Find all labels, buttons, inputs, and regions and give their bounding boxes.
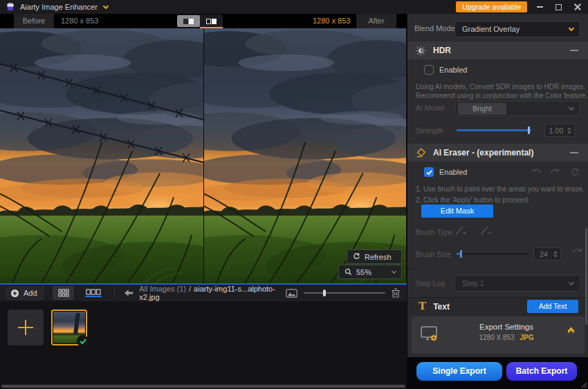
single-export-button[interactable]: Single Export (415, 361, 504, 382)
strength-value-box[interactable]: 1.00 (544, 124, 575, 137)
split-view-button[interactable] (200, 15, 223, 27)
refresh-icon (353, 253, 360, 260)
maximize-button[interactable] (555, 4, 562, 10)
refresh-button[interactable]: Refresh (347, 249, 402, 264)
before-image-pane[interactable] (0, 28, 204, 283)
eraser-reset (571, 168, 580, 177)
after-image-pane[interactable]: Refresh 55% (204, 28, 406, 283)
blend-mode-row: Blend Mode Gradient Overlay (407, 18, 588, 39)
spinner-icon[interactable] (567, 127, 571, 134)
spinner-icon[interactable] (553, 251, 558, 258)
image-compare-area: Refresh 55% (0, 28, 407, 283)
hdr-description-line1: Using AI models, Convert SDR images to H… (416, 83, 585, 91)
breadcrumb: All Images (1)/aiarty-img11-s...alphoto-… (139, 285, 286, 301)
thumbnail-size-slider[interactable] (304, 290, 385, 296)
brush-add-icon[interactable] (454, 225, 467, 236)
blend-mode-value: Gradient Overlay (462, 25, 520, 33)
eraser-section-body: Enabled 1. Use brush to paint over the a… (407, 162, 588, 297)
single-view-button[interactable] (177, 15, 200, 27)
before-image (0, 28, 203, 283)
strength-slider[interactable] (457, 126, 531, 134)
add-text-button[interactable]: Add Text (527, 300, 578, 313)
zoom-chevron-down-icon (392, 269, 396, 274)
ai-eraser-icon (416, 148, 426, 158)
blend-mode-dropdown[interactable]: Gradient Overlay (454, 21, 580, 37)
batch-export-button[interactable]: Batch Export (505, 361, 578, 382)
canvas-controls-overlay: Refresh 55% (338, 249, 402, 279)
strength-value: 1.00 (545, 126, 567, 135)
panel-scrollbar[interactable] (585, 228, 587, 325)
thumbnail-size-icon (286, 289, 297, 298)
zoom-control[interactable]: 55% (338, 265, 402, 279)
back-icon[interactable] (125, 290, 134, 296)
close-button[interactable] (574, 3, 581, 10)
eraser-enabled-checkbox[interactable] (424, 167, 434, 177)
step-log-dropdown[interactable]: Step 1 (454, 275, 580, 292)
filmstrip (0, 301, 407, 389)
add-image-tile[interactable] (8, 310, 44, 345)
chevron-down-icon (569, 25, 574, 30)
processed-check-badge (77, 335, 89, 347)
hdr-section-header[interactable]: HDR (407, 41, 588, 59)
brush-size-slider[interactable] (457, 250, 529, 258)
chevron-down-icon (569, 104, 574, 110)
eraser-title: AI Eraser - (experimental) (433, 148, 533, 158)
upgrade-button[interactable]: Upgrade available (456, 1, 527, 12)
step-log-label: Step Log (416, 279, 445, 287)
after-size: 1280 x 853 (313, 14, 350, 28)
export-settings-panel[interactable]: Export Settings 1280 X 853 JPG (412, 316, 585, 354)
reset-icon[interactable] (571, 168, 580, 177)
hdr-collapse-icon[interactable] (570, 50, 578, 51)
edit-mask-button[interactable]: Edit Mask (421, 205, 493, 218)
eraser-enabled-row: Enabled (424, 167, 467, 177)
hdr-icon (416, 46, 426, 56)
add-image-button[interactable]: Add (6, 286, 44, 300)
brush-subtract-icon[interactable] (479, 225, 492, 236)
slider-thumb[interactable] (460, 250, 462, 258)
add-icon (10, 289, 19, 298)
brush-size-value: 24 (534, 250, 553, 258)
eraser-section-header[interactable]: AI Eraser - (experimental) (407, 144, 588, 162)
filmstrip-view-button[interactable] (81, 286, 106, 300)
step-log-value: Step 1 (462, 279, 484, 287)
view-mode-toggle (177, 15, 223, 28)
undo-icon[interactable] (532, 168, 542, 176)
breadcrumb-all-images[interactable]: All Images (1) (139, 285, 186, 293)
resize-grip[interactable] (580, 381, 587, 388)
brush-type-options (454, 225, 492, 236)
app-menu-chevron-down-icon[interactable] (103, 3, 109, 8)
hdr-enabled-row: Enabled (424, 65, 467, 75)
export-size: 1280 X 853 (479, 334, 515, 341)
redo-icon[interactable] (550, 168, 560, 176)
filmstrip-scrollbar[interactable] (1, 384, 405, 388)
eraser-enabled-label: Enabled (439, 168, 467, 176)
plus-icon (18, 320, 33, 335)
export-settings-icon (420, 325, 439, 345)
brush-size-reset-icon[interactable] (572, 247, 582, 254)
brush-type-label: Brush Type (416, 228, 452, 236)
viewer-header: Before 1280 x 853 1280 x 853 After (0, 14, 407, 28)
eraser-step1: 1. Use brush to paint over the areas you… (416, 185, 584, 193)
after-image (204, 28, 406, 283)
eraser-collapse-icon[interactable] (570, 152, 578, 153)
slider-thumb[interactable] (528, 126, 530, 134)
export-settings-title: Export Settings (468, 323, 544, 331)
grid-view-button[interactable] (53, 286, 75, 300)
hdr-description-line2: Recommend using in conjunction with the … (416, 92, 587, 99)
image-thumbnail[interactable] (51, 310, 87, 345)
brush-size-value-box[interactable]: 24 (533, 247, 561, 260)
app-window: Aiarty Image Enhancer Upgrade available … (0, 0, 588, 389)
ai-model-dropdown[interactable]: Bright (454, 101, 580, 116)
hdr-enabled-checkbox[interactable] (424, 65, 434, 75)
ai-model-label: AI Model (416, 104, 444, 112)
before-label: Before (14, 14, 54, 28)
breadcrumb-separator: / (189, 285, 191, 293)
single-view-icon (183, 19, 188, 24)
export-collapse-chevrons-icon[interactable] (569, 328, 573, 334)
trash-icon[interactable] (392, 288, 400, 298)
slider-thumb[interactable] (323, 290, 326, 296)
settings-panel: Blend Mode Gradient Overlay (407, 14, 588, 389)
export-buttons-bar: Single Export Batch Export (407, 357, 588, 389)
before-size: 1280 x 853 (61, 14, 98, 28)
minimize-button[interactable] (537, 6, 543, 8)
